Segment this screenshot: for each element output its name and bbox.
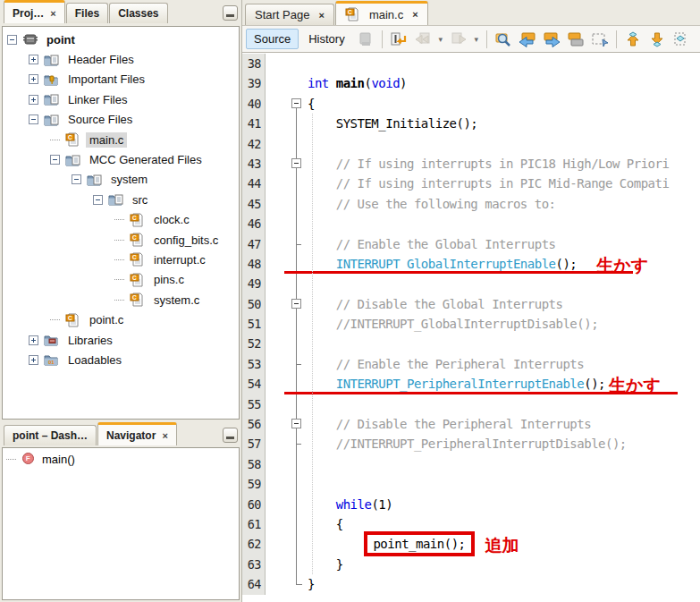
code-line-62[interactable]: 62 point_main();追加 [242, 534, 700, 554]
code-text[interactable] [308, 474, 700, 494]
minimize-window-icon[interactable] [223, 5, 238, 21]
line-number[interactable]: 61 [242, 514, 266, 534]
code-text[interactable] [308, 334, 700, 353]
find-selection-icon[interactable] [493, 29, 514, 50]
code-line-58[interactable]: 58 [242, 454, 700, 474]
code-text[interactable]: } [308, 555, 700, 574]
find-previous-icon[interactable] [517, 29, 538, 50]
code-line-59[interactable]: 59 [242, 474, 700, 494]
code-editor[interactable]: 3839int main(void)40{41 SYSTEM_Initializ… [242, 54, 700, 602]
line-number[interactable]: 52 [242, 334, 266, 353]
code-text[interactable]: //INTERRUPT_GlobalInterruptDisable(); [308, 314, 700, 334]
tree-item-config-bits-c[interactable]: Cconfig_bits.c [3, 230, 239, 250]
line-number[interactable]: 44 [242, 174, 266, 193]
tree-item-main-c[interactable]: Cmain.c [3, 130, 239, 149]
code-line-47[interactable]: 47 // Enable the Global Interrupts [242, 234, 700, 254]
minimize-window-icon[interactable] [223, 428, 238, 443]
tree-item-pins-c[interactable]: Cpins.c [3, 270, 239, 290]
code-text[interactable]: // If using interrupts in PIC18 High/Low… [308, 154, 700, 174]
previous-bookmark-icon[interactable] [622, 29, 644, 50]
fold-margin[interactable] [266, 414, 308, 434]
code-line-42[interactable]: 42 [242, 134, 700, 154]
line-number[interactable]: 51 [242, 314, 266, 334]
expand-icon[interactable] [29, 55, 38, 64]
code-line-49[interactable]: 49 [242, 274, 700, 293]
code-line-60[interactable]: 60 while(1) [242, 495, 700, 514]
line-number[interactable]: 64 [242, 574, 266, 594]
fold-collapse-icon[interactable] [291, 158, 301, 168]
toggle-highlight-icon[interactable] [565, 29, 586, 50]
code-line-64[interactable]: 64} [242, 574, 700, 594]
line-number[interactable]: 40 [242, 94, 266, 114]
fold-collapse-icon[interactable] [291, 419, 301, 428]
code-text[interactable] [308, 134, 700, 154]
code-line-46[interactable]: 46 [242, 214, 700, 233]
line-number[interactable]: 38 [242, 54, 266, 73]
expand-icon[interactable] [29, 355, 38, 365]
code-text[interactable] [308, 214, 700, 233]
tab-classes[interactable]: Classes [109, 3, 167, 23]
fold-margin[interactable] [266, 434, 308, 454]
line-number[interactable]: 62 [242, 534, 266, 554]
collapse-icon[interactable] [93, 195, 103, 205]
fold-collapse-icon[interactable] [291, 299, 301, 309]
line-number[interactable]: 57 [242, 434, 266, 454]
expand-icon[interactable] [29, 74, 38, 84]
line-number[interactable]: 43 [242, 154, 266, 174]
format-icon[interactable] [355, 29, 376, 50]
line-number[interactable]: 56 [242, 414, 266, 434]
code-text[interactable]: // Disable the Peripheral Interrupts [308, 414, 700, 434]
tab-proj-[interactable]: Proj…× [4, 0, 65, 23]
close-icon[interactable]: × [412, 9, 417, 20]
code-text[interactable]: // Use the following macros to: [308, 194, 700, 214]
tab-files[interactable]: Files [66, 3, 108, 23]
tree-item-src[interactable]: src [3, 190, 239, 209]
collapse-icon[interactable] [7, 35, 17, 45]
rectangular-selection-icon[interactable] [589, 29, 611, 50]
tree-item-linker-files[interactable]: Linker Files [3, 89, 239, 109]
line-number[interactable]: 53 [242, 354, 266, 374]
tab-point-dash-[interactable]: point – Dash… [4, 425, 97, 445]
code-line-63[interactable]: 63 } [242, 555, 700, 574]
tree-item-header-files[interactable]: Header Files [3, 49, 239, 69]
code-line-56[interactable]: 56 // Disable the Peripheral Interrupts [242, 414, 700, 434]
code-text[interactable] [308, 54, 700, 73]
code-line-44[interactable]: 44 // If using interrupts in PIC Mid-Ran… [242, 174, 700, 193]
tree-item-mcc-generated-files[interactable]: MCC Generated Files [3, 149, 239, 169]
line-number[interactable]: 55 [242, 394, 266, 414]
line-number[interactable]: 45 [242, 194, 266, 214]
code-line-55[interactable]: 55 [242, 394, 700, 414]
line-number[interactable]: 42 [242, 134, 266, 154]
fold-margin[interactable] [266, 574, 308, 594]
code-text[interactable]: // Enable the Peripheral Interrupts [308, 354, 700, 374]
code-line-39[interactable]: 39int main(void) [242, 73, 700, 93]
next-bookmark-icon[interactable] [646, 29, 668, 50]
doc-tab-start-page[interactable]: Start Page× [245, 4, 334, 25]
line-number[interactable]: 39 [242, 73, 266, 93]
code-text[interactable]: while(1) [308, 495, 700, 514]
last-edit-icon[interactable] [388, 29, 409, 50]
line-number[interactable]: 54 [242, 374, 266, 394]
expand-icon[interactable] [29, 335, 38, 345]
code-line-50[interactable]: 50 // Disable the Global Interrupts [242, 294, 700, 314]
code-line-43[interactable]: 43 // If using interrupts in PIC18 High/… [242, 154, 700, 174]
code-line-51[interactable]: 51 //INTERRUPT_GlobalInterruptDisable(); [242, 314, 700, 334]
code-line-48[interactable]: 48 INTERRUPT_GlobalInterruptEnable();生かす [242, 254, 700, 274]
tree-item-point[interactable]: point [3, 30, 239, 49]
tree-item-source-files[interactable]: Source Files [3, 110, 239, 130]
fold-margin[interactable] [266, 94, 308, 114]
code-text[interactable]: // Disable the Global Interrupts [308, 294, 700, 314]
code-text[interactable]: int main(void) [308, 73, 700, 93]
tree-item-point-c[interactable]: Cpoint.c [3, 309, 239, 329]
code-line-41[interactable]: 41 SYSTEM_Initialize(); [242, 114, 700, 133]
back-icon[interactable] [412, 29, 434, 50]
tree-item-system-c[interactable]: Csystem.c [3, 290, 239, 309]
line-number[interactable]: 63 [242, 555, 266, 574]
line-number[interactable]: 60 [242, 495, 266, 514]
forward-dropdown-icon[interactable]: ▾ [472, 35, 481, 44]
code-line-53[interactable]: 53 // Enable the Peripheral Interrupts [242, 354, 700, 374]
code-line-40[interactable]: 40{ [242, 94, 700, 114]
fold-margin[interactable] [266, 154, 308, 174]
code-text[interactable]: // If using interrupts in PIC Mid-Range … [308, 174, 700, 193]
doc-tab-main-c[interactable]: Cmain.c× [335, 1, 428, 25]
